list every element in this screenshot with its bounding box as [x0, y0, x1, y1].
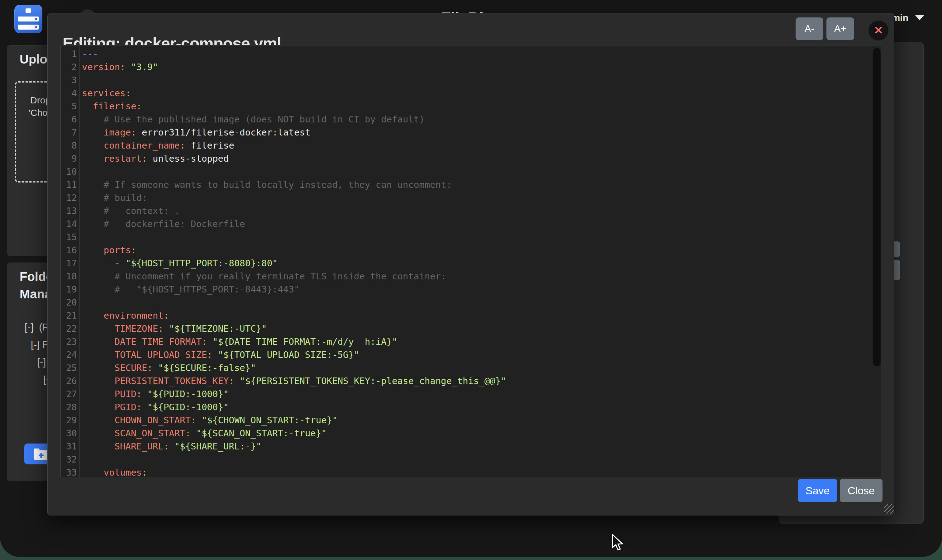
code-line[interactable]: 9 restart: unless-stopped	[61, 152, 880, 165]
code-text: PUID: "${PUID:-1000}"	[82, 388, 229, 400]
line-number: 15	[61, 231, 77, 243]
folder-tree-item[interactable]: [-]	[37, 356, 46, 368]
code-line[interactable]: 22 TIMEZONE: "${TIMEZONE:-UTC}"	[61, 322, 880, 335]
font-increase-button[interactable]: A+	[827, 17, 854, 40]
code-line[interactable]: 21 environment:	[61, 309, 880, 322]
code-editor[interactable]: 1---2version: "3.9"34services:5 filerise…	[60, 45, 881, 477]
code-line[interactable]: 3	[61, 74, 880, 86]
code-text: SECURE: "${SECURE:-false}"	[82, 361, 256, 374]
code-line[interactable]: 29 CHOWN_ON_START: "${CHOWN_ON_START:-tr…	[61, 414, 880, 427]
code-line[interactable]: 18 # Uncomment if you really terminate T…	[61, 270, 880, 283]
edit-file-modal: Editing: docker-compose.yml A- A+ ✕ 1---…	[47, 13, 894, 515]
folder-plus-icon	[33, 448, 49, 460]
resize-handle[interactable]	[884, 504, 894, 514]
code-text: image: error311/filerise-docker:latest	[82, 126, 310, 139]
code-line[interactable]: 14 # dockerfile: Dockerfile	[61, 217, 880, 231]
code-text: SCAN_ON_START: "${SCAN_ON_START:-true}"	[82, 427, 327, 440]
code-line[interactable]: 25 SECURE: "${SECURE:-false}"	[61, 361, 880, 374]
line-number: 28	[61, 400, 77, 414]
code-line[interactable]: 33 volumes:	[61, 466, 880, 477]
code-line[interactable]: 30 SCAN_ON_START: "${SCAN_ON_START:-true…	[61, 427, 880, 440]
line-number: 11	[61, 178, 77, 191]
line-number: 6	[61, 113, 77, 126]
line-number: 20	[61, 296, 77, 309]
screen: FileRise min Uplo Drop 'Cho Folde Mana […	[0, 0, 942, 560]
code-text: ports:	[82, 243, 137, 257]
line-number: 19	[61, 283, 77, 296]
code-line[interactable]: 12 # build:	[61, 191, 880, 204]
code-line[interactable]: 16 ports:	[61, 243, 880, 257]
save-button[interactable]: Save	[798, 479, 837, 502]
code-line[interactable]: 1---	[61, 47, 880, 60]
code-line[interactable]: 26 PERSISTENT_TOKENS_KEY: "${PERSISTENT_…	[61, 374, 880, 388]
code-text: CHOWN_ON_START: "${CHOWN_ON_START:-true}…	[82, 414, 338, 427]
code-text: PGID: "${PGID:-1000}"	[82, 400, 229, 414]
code-line[interactable]: 23 DATE_TIME_FORMAT: "${DATE_TIME_FORMAT…	[61, 335, 880, 348]
chevron-down-icon	[915, 15, 924, 20]
line-number: 33	[61, 466, 77, 477]
code-text: PERSISTENT_TOKENS_KEY: "${PERSISTENT_TOK…	[82, 374, 506, 388]
line-number: 2	[61, 60, 77, 74]
line-number: 31	[61, 440, 77, 453]
code-line[interactable]: 28 PGID: "${PGID:-1000}"	[61, 400, 880, 414]
line-number: 18	[61, 270, 77, 283]
close-button[interactable]: Close	[840, 479, 882, 502]
code-text: services:	[82, 86, 131, 100]
code-text: - "${HOST_HTTP_PORT:-8080}:80"	[82, 257, 278, 270]
code-text: volumes:	[82, 466, 147, 477]
code-line[interactable]: 24 TOTAL_UPLOAD_SIZE: "${TOTAL_UPLOAD_SI…	[61, 348, 880, 361]
code-line[interactable]: 4services:	[61, 86, 880, 100]
code-text: filerise:	[82, 100, 142, 113]
code-text: ---	[82, 47, 98, 60]
line-number: 3	[61, 74, 77, 86]
code-line[interactable]: 13 # context: .	[61, 204, 880, 217]
code-line[interactable]: 27 PUID: "${PUID:-1000}"	[61, 388, 880, 400]
code-text: # build:	[82, 191, 147, 204]
line-number: 7	[61, 126, 77, 139]
code-line[interactable]: 17 - "${HOST_HTTP_PORT:-8080}:80"	[61, 257, 880, 270]
folder-tree-item[interactable]: [-] F	[31, 339, 49, 351]
code-text: SHARE_URL: "${SHARE_URL:-}"	[82, 440, 262, 453]
line-number: 24	[61, 348, 77, 361]
code-line[interactable]: 19 # - "${HOST_HTTPS_PORT:-8443}:443"	[61, 283, 880, 296]
code-text: # Uncomment if you really terminate TLS …	[82, 270, 446, 283]
line-number: 4	[61, 86, 77, 100]
line-number: 12	[61, 191, 77, 204]
code-line[interactable]: 10	[61, 165, 880, 178]
code-text: # dockerfile: Dockerfile	[82, 217, 245, 231]
line-number: 5	[61, 100, 77, 113]
code-text: environment:	[82, 309, 169, 322]
line-number: 23	[61, 335, 77, 348]
line-number: 14	[61, 217, 77, 231]
code-text: TOTAL_UPLOAD_SIZE: "${TOTAL_UPLOAD_SIZE:…	[82, 348, 359, 361]
code-line[interactable]: 8 container_name: filerise	[61, 139, 880, 152]
code-text: TIMEZONE: "${TIMEZONE:-UTC}"	[82, 322, 267, 335]
code-line[interactable]: 6 # Use the published image (does NOT bu…	[61, 113, 880, 126]
folder-card-title: Mana	[20, 287, 51, 301]
line-number: 32	[61, 453, 77, 466]
user-menu[interactable]: min	[892, 12, 924, 23]
font-decrease-button[interactable]: A-	[796, 17, 823, 40]
folder-tree-item[interactable]: [-] (R	[25, 322, 49, 333]
code-line[interactable]: 31 SHARE_URL: "${SHARE_URL:-}"	[61, 440, 880, 453]
line-number: 25	[61, 361, 77, 374]
code-text: DATE_TIME_FORMAT: "${DATE_TIME_FORMAT:-m…	[82, 335, 397, 348]
line-number: 13	[61, 204, 77, 217]
code-line[interactable]: 32	[61, 453, 880, 466]
code-line[interactable]: 7 image: error311/filerise-docker:latest	[61, 126, 880, 139]
code-line[interactable]: 2version: "3.9"	[61, 60, 880, 74]
line-number: 29	[61, 414, 77, 427]
close-icon[interactable]: ✕	[868, 20, 888, 40]
code-line[interactable]: 11 # If someone wants to build locally i…	[61, 178, 880, 191]
code-text: # - "${HOST_HTTPS_PORT:-8443}:443"	[82, 283, 299, 296]
code-line[interactable]: 20	[61, 296, 880, 309]
line-number: 8	[61, 139, 77, 152]
line-number: 30	[61, 427, 77, 440]
code-text: # If someone wants to build locally inst…	[82, 178, 452, 191]
editor-scrollbar-thumb[interactable]	[873, 48, 880, 366]
code-text: container_name: filerise	[82, 139, 234, 152]
code-line[interactable]: 15	[61, 231, 880, 243]
code-line[interactable]: 5 filerise:	[61, 100, 880, 113]
line-number: 9	[61, 152, 77, 165]
line-number: 22	[61, 322, 77, 335]
